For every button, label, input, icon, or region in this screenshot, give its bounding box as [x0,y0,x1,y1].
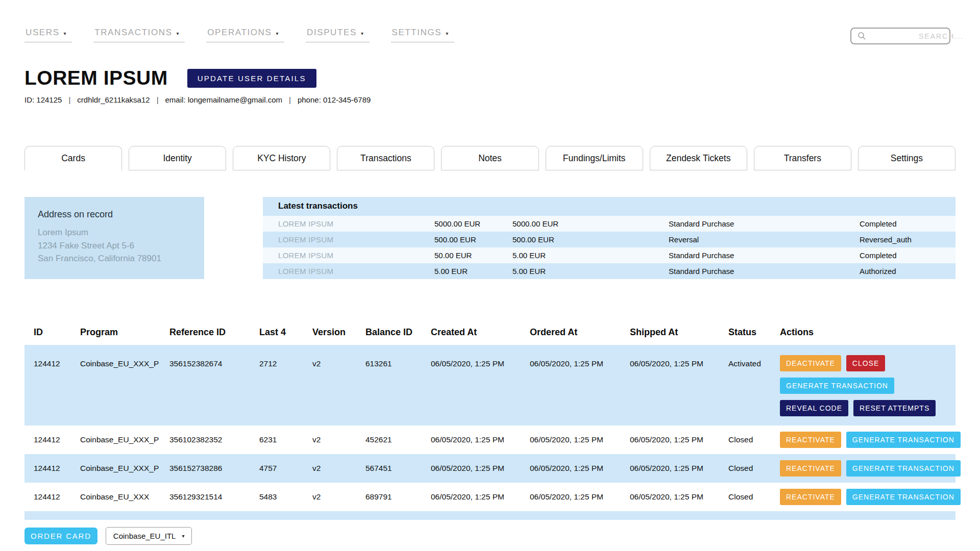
tab-identity[interactable]: Identity [129,146,226,170]
txn-name: LOREM IPSUM [278,219,434,228]
order-card-button[interactable]: ORDER CARD [24,528,97,544]
divider: | [157,95,159,104]
close-button[interactable]: CLOSE [846,355,885,371]
card-created-at: 06/05/2020, 1:25 PM [431,435,530,444]
card-actions: REACTIVATE GENERATE TRANSACTION [780,489,966,505]
divider: | [289,95,291,104]
search-icon [857,32,866,40]
card-id: 124412 [34,492,80,502]
card-id: 124412 [34,464,80,473]
column-header-id: ID [34,327,80,338]
user-cardholder-ref: crdhldr_6211kaksa12 [77,95,150,104]
nav-users[interactable]: USERS ▾ [24,28,72,42]
card-row: 124412 Coinbase_EU_XXX_P 356152382674 27… [24,345,955,425]
card-ordered-at: 06/05/2020, 1:25 PM [530,435,630,444]
divider: | [68,95,70,104]
tab-cards[interactable]: Cards [24,146,122,170]
deactivate-button[interactable]: DEACTIVATE [780,355,841,371]
column-header-balance-id: Balance ID [365,327,431,338]
card-balance-id: 452621 [365,435,431,444]
card-version: v2 [312,435,365,444]
card-created-at: 06/05/2020, 1:25 PM [431,492,530,502]
reactivate-button[interactable]: REACTIVATE [780,460,841,477]
card-row: 124412 Coinbase_EU_XXX_P 356152738286 47… [24,454,955,483]
nav-transactions-label: TRANSACTIONS [94,28,172,38]
column-header-shipped-at: Shipped At [630,327,728,338]
user-meta: ID: 124125 | crdhldr_6211kaksa12 | email… [24,95,955,104]
card-last4: 4757 [259,464,312,473]
generate-transaction-button[interactable]: GENERATE TRANSACTION [846,432,961,448]
search-input[interactable] [870,32,965,41]
nav-transactions[interactable]: TRANSACTIONS ▾ [93,28,185,42]
user-phone: phone: 012-345-6789 [298,95,371,104]
program-select-value: Coinbase_EU_ITL [113,532,176,540]
program-select[interactable]: Coinbase_EU_ITL ▾ [106,527,192,545]
txn-amount: 500.00 EUR [434,235,512,244]
generate-transaction-button[interactable]: GENERATE TRANSACTION [780,378,894,394]
address-line: Lorem Ipsum [38,226,191,239]
txn-type: Standard Purchase [669,251,860,260]
tab-transactions[interactable]: Transactions [337,146,434,170]
page-title: LOREM IPSUM [24,67,168,89]
transaction-row: LOREM IPSUM 5.00 EUR 5.00 EUR Standard P… [263,263,955,279]
card-last4: 5483 [259,492,312,502]
column-header-status: Status [728,327,780,338]
txn-settled-amount: 5000.00 EUR [512,219,669,228]
search-box[interactable] [850,28,950,44]
reactivate-button[interactable]: REACTIVATE [780,489,841,505]
nav-settings[interactable]: SETTINGS ▾ [391,28,454,42]
card-reference-id: 356129321514 [169,492,259,502]
footer-actions: ORDER CARD Coinbase_EU_ITL ▾ [24,527,955,545]
transaction-row: LOREM IPSUM 50.00 EUR 5.00 EUR Standard … [263,247,955,263]
tab-notes[interactable]: Notes [441,146,538,170]
tab-zendesk-tickets[interactable]: Zendesk Tickets [650,146,747,170]
generate-transaction-button[interactable]: GENERATE TRANSACTION [846,489,961,505]
nav-disputes[interactable]: DISPUTES ▾ [306,28,369,42]
top-bar: USERS ▾ TRANSACTIONS ▾ OPERATIONS ▾ DISP… [0,0,980,44]
card-version: v2 [312,355,365,368]
user-email: email: longemailname@gmail.com [165,95,282,104]
txn-settled-amount: 500.00 EUR [512,235,669,244]
nav-users-label: USERS [26,28,60,38]
card-status: Activated [728,355,780,368]
txn-type: Standard Purchase [669,219,860,228]
user-id: ID: 124125 [24,95,62,104]
address-title: Address on record [38,209,191,220]
transaction-row: LOREM IPSUM 5000.00 EUR 5000.00 EUR Stan… [263,216,955,232]
chevron-down-icon: ▾ [177,31,180,36]
user-header: LOREM IPSUM UPDATE USER DETAILS ID: 1241… [0,44,980,104]
card-ordered-at: 06/05/2020, 1:25 PM [530,355,630,368]
address-line: San Francisco, California 78901 [38,252,191,265]
card-ordered-at: 06/05/2020, 1:25 PM [530,492,630,502]
chevron-down-icon: ▾ [64,31,67,36]
card-balance-id: 567451 [365,464,431,473]
tab-transfers[interactable]: Transfers [754,146,851,170]
card-id: 124412 [34,435,80,444]
card-shipped-at: 06/05/2020, 1:25 PM [630,435,728,444]
nav-operations[interactable]: OPERATIONS ▾ [206,28,284,42]
card-id: 124412 [34,355,80,368]
reset-attempts-button[interactable]: RESET ATTEMPTS [853,400,936,416]
cards-table: ID Program Reference ID Last 4 Version B… [24,321,955,520]
txn-status: Completed [860,251,955,260]
txn-name: LOREM IPSUM [278,251,434,260]
main-nav: USERS ▾ TRANSACTIONS ▾ OPERATIONS ▾ DISP… [24,28,454,42]
card-status: Closed [728,435,780,444]
tab-bar: Cards Identity KYC History Transactions … [24,146,955,170]
tab-kyc-history[interactable]: KYC History [233,146,330,170]
reactivate-button[interactable]: REACTIVATE [780,432,841,448]
chevron-down-icon: ▾ [446,31,449,36]
update-user-details-button[interactable]: UPDATE USER DETAILS [187,69,316,88]
tab-fundings-limits[interactable]: Fundings/Limits [546,146,643,170]
nav-disputes-label: DISPUTES [307,28,357,38]
card-created-at: 06/05/2020, 1:25 PM [431,355,530,368]
txn-status: Completed [860,219,955,228]
txn-status: Authorized [860,267,955,276]
card-shipped-at: 06/05/2020, 1:25 PM [630,464,728,473]
chevron-down-icon: ▾ [182,533,184,539]
reveal-code-button[interactable]: REVEAL CODE [780,400,848,416]
column-header-reference-id: Reference ID [169,327,259,338]
generate-transaction-button[interactable]: GENERATE TRANSACTION [846,460,961,477]
txn-name: LOREM IPSUM [278,267,434,276]
tab-settings[interactable]: Settings [858,146,955,170]
